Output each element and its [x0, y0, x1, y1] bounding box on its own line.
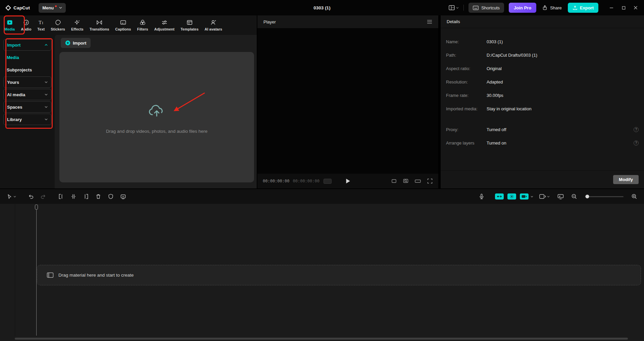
timeline-zoom-slider[interactable]	[585, 196, 624, 197]
sidebar-item-label: Yours	[7, 80, 19, 85]
detail-label: Arrange layers	[446, 140, 487, 146]
audio-icon	[23, 19, 30, 26]
zoom-fit-icon[interactable]	[403, 178, 409, 184]
chevron-down-icon	[59, 7, 62, 9]
tab-ai-avatars[interactable]: AI avatars	[202, 19, 226, 31]
import-button[interactable]: Import	[61, 38, 91, 48]
sidebar-item-label: Import	[7, 43, 20, 48]
join-pro-button[interactable]: Join Pro	[509, 3, 536, 13]
sidebar-item-media[interactable]: Media	[3, 52, 51, 63]
microphone-icon[interactable]	[477, 191, 487, 202]
zoom-slider-thumb[interactable]	[585, 195, 589, 198]
detail-label: Proxy:	[446, 127, 487, 132]
tab-stickers[interactable]: Stickers	[48, 19, 68, 31]
tab-transitions[interactable]: Transitions	[87, 19, 112, 31]
tab-filters[interactable]: Filters	[134, 19, 151, 31]
delete-right-button[interactable]	[81, 191, 91, 202]
timeline-area[interactable]: Drag material here and start to create	[0, 204, 644, 341]
sidebar-item-subprojects[interactable]: Subprojects	[3, 64, 51, 75]
tab-templates[interactable]: Templates	[178, 19, 202, 31]
playhead-handle[interactable]	[35, 205, 38, 210]
main-track-magnet-toggle[interactable]	[495, 193, 504, 200]
delete-left-button[interactable]	[56, 191, 66, 202]
delete-button[interactable]	[93, 191, 103, 202]
track-header-divider	[15, 204, 15, 336]
tab-audio[interactable]: Audio	[18, 19, 34, 31]
edit-clip-icon[interactable]	[118, 191, 128, 202]
titlebar: CapCut Menu 0303 (1)	[0, 0, 644, 15]
sidebar-item-ai-media[interactable]: AI media	[3, 89, 51, 100]
mask-icon[interactable]	[106, 191, 116, 202]
undo-button[interactable]	[26, 191, 36, 202]
details-panel-title: Details	[447, 19, 460, 24]
keyboard-icon	[473, 6, 479, 10]
chevron-down-icon[interactable]	[531, 196, 533, 197]
sidebar-item-yours[interactable]: Yours	[3, 76, 51, 88]
track-options-button[interactable]	[537, 191, 552, 202]
detail-label: Aspect ratio:	[446, 66, 487, 71]
tab-label: AI avatars	[205, 27, 222, 31]
app-logo: CapCut	[5, 5, 30, 11]
maximize-button[interactable]	[618, 3, 629, 12]
join-pro-label: Join Pro	[514, 5, 531, 10]
detail-row-name: Name: 0303 (1)	[441, 35, 644, 48]
detail-value: Turned on	[487, 140, 506, 146]
tab-adjustment[interactable]: Adjustment	[151, 19, 178, 31]
sidebar-item-label: Spaces	[7, 105, 22, 110]
sidebar-item-import[interactable]: Import	[3, 39, 51, 51]
detail-value: Original	[487, 66, 502, 71]
split-button[interactable]	[68, 191, 79, 202]
share-icon	[542, 5, 548, 10]
detail-row-aspect-ratio: Aspect ratio: Original	[441, 62, 644, 75]
zoom-out-icon[interactable]	[569, 191, 579, 202]
frame-indicator	[324, 179, 332, 184]
link-preview-toggle[interactable]	[520, 193, 529, 200]
question-icon[interactable]: ?	[634, 140, 639, 146]
app-name: CapCut	[13, 5, 30, 10]
aspect-ratio-icon[interactable]	[391, 178, 397, 184]
ai-avatar-icon	[210, 19, 217, 26]
hamburger-icon[interactable]	[427, 20, 432, 24]
tab-label: Effects	[71, 27, 84, 31]
playhead-line	[36, 210, 37, 336]
chevron-up-icon	[45, 44, 48, 46]
chevron-down-icon	[45, 94, 48, 96]
play-button[interactable]	[346, 178, 350, 184]
close-button[interactable]	[631, 3, 641, 12]
share-button[interactable]: Share	[541, 5, 563, 10]
player-viewport[interactable]	[257, 28, 438, 174]
shortcuts-button[interactable]: Shortcuts	[468, 3, 504, 13]
layout-switch-button[interactable]	[449, 5, 459, 10]
notification-dot	[55, 5, 57, 7]
detail-value: Adapted	[487, 79, 503, 84]
media-dropzone[interactable]: Drag and drop videos, photos, and audio …	[59, 52, 254, 182]
select-tool-button[interactable]	[5, 191, 18, 202]
preview-quality-icon[interactable]	[555, 191, 565, 202]
canvas-ratio-icon[interactable]	[414, 178, 421, 184]
tab-captions[interactable]: Captions	[112, 19, 134, 31]
horizontal-scrollbar[interactable]	[15, 338, 628, 340]
adjustment-icon	[161, 19, 168, 26]
tab-text[interactable]: TI Text	[34, 19, 48, 31]
zoom-in-icon[interactable]	[629, 191, 639, 202]
question-icon[interactable]: ?	[634, 127, 639, 132]
tab-effects[interactable]: Effects	[68, 19, 87, 31]
minimize-button[interactable]	[606, 3, 616, 12]
templates-icon	[186, 19, 193, 26]
detail-label: Frame rate:	[446, 93, 487, 98]
menu-button[interactable]: Menu	[39, 3, 66, 13]
fullscreen-icon[interactable]	[427, 178, 433, 184]
titlebar-divider	[463, 5, 464, 11]
dropzone-hint-text: Drag and drop videos, photos, and audio …	[106, 129, 207, 134]
auto-snap-toggle[interactable]	[507, 193, 516, 200]
capcut-window: CapCut Menu 0303 (1)	[0, 0, 644, 341]
sidebar-item-spaces[interactable]: Spaces	[3, 101, 51, 113]
redo-button[interactable]	[38, 191, 48, 202]
modify-button[interactable]: Modify	[613, 175, 639, 184]
timeline-dropzone[interactable]: Drag material here and start to create	[37, 265, 641, 285]
tab-media[interactable]: Media	[1, 19, 18, 31]
cloud-upload-icon	[148, 104, 165, 117]
tab-label: Stickers	[51, 27, 65, 31]
sidebar-item-library[interactable]: Library	[3, 114, 51, 125]
export-button[interactable]: Export	[568, 3, 598, 13]
